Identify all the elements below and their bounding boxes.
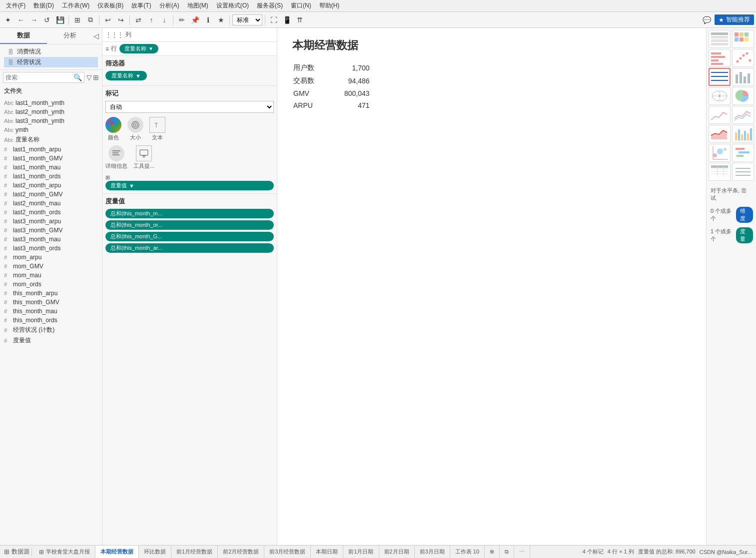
status-tab-last3-date[interactable]: 前3月日期	[415, 546, 450, 558]
menu-worksheet[interactable]: 工作表(W)	[58, 0, 93, 11]
chart-thumb-dual-line[interactable]	[732, 106, 754, 124]
toolbar-save[interactable]: 💾	[54, 14, 66, 26]
menu-dashboard[interactable]: 仪表板(B)	[93, 0, 127, 11]
marks-type-dropdown[interactable]: 自动	[105, 101, 274, 113]
measure-pill-0[interactable]: 总和(this_month_m...	[105, 209, 274, 218]
field-mom-gmv[interactable]: # mom_GMV	[0, 262, 102, 271]
toolbar-forward[interactable]: →	[28, 14, 40, 26]
chart-thumb-scatter-bubble[interactable]	[709, 144, 731, 162]
field-last2-arpu[interactable]: # last2_month_arpu	[0, 181, 102, 190]
field-last2-mau[interactable]: # last2_month_mau	[0, 199, 102, 208]
field-last1-arpu[interactable]: # last1_month_arpu	[0, 145, 102, 154]
field-measure-values[interactable]: # 度量值	[0, 335, 102, 346]
chart-thumb-scatter-plot[interactable]	[732, 49, 754, 67]
toolbar-redo[interactable]: ↪	[115, 14, 127, 26]
menu-map[interactable]: 地图(M)	[183, 0, 212, 11]
field-jingying-count[interactable]: # 经营状况 (计数)	[0, 325, 102, 335]
field-mom-mau[interactable]: # mom_mau	[0, 271, 102, 280]
toolbar-swap[interactable]: ⇄	[132, 14, 144, 26]
expand-icon[interactable]: ⊞	[105, 174, 110, 180]
chart-thumb-heat-map[interactable]	[732, 30, 754, 48]
field-this-arpu[interactable]: # this_month_arpu	[0, 289, 102, 298]
chart-thumb-area[interactable]	[709, 125, 731, 143]
toolbar-device[interactable]: 📱	[281, 14, 293, 26]
rows-pill-measure-name[interactable]: 度量名称 ▼	[119, 44, 158, 53]
filter-pill-measure-name[interactable]: 度量名称 ▼	[105, 71, 147, 80]
marks-text-item[interactable]: T 文本	[149, 117, 165, 141]
toolbar-annotate[interactable]: ✏	[176, 14, 188, 26]
field-mom-ords[interactable]: # mom_ords	[0, 280, 102, 289]
toolbar-back[interactable]: ←	[15, 14, 27, 26]
status-tab-more[interactable]: ⋯	[514, 546, 530, 558]
chart-thumb-pie[interactable]	[732, 87, 754, 105]
status-tab-school[interactable]: ⊞ 学校食堂大盘月报	[34, 546, 95, 558]
field-last2-gmv[interactable]: # last2_month_GMV	[0, 190, 102, 199]
field-last2-ords[interactable]: # last2_month_ords	[0, 208, 102, 217]
chart-thumb-line[interactable]	[709, 106, 731, 124]
field-this-ords[interactable]: # this_month_ords	[0, 316, 102, 325]
field-measure-name[interactable]: Abc 度量名称	[0, 134, 102, 145]
field-ymth[interactable]: Abc ymth	[0, 125, 102, 134]
field-last3-ords[interactable]: # last3_month_ords	[0, 244, 102, 253]
chart-thumb-summary-table[interactable]	[709, 163, 731, 181]
marks-tooltip-item[interactable]: 工具提...	[133, 145, 154, 170]
marks-size-item[interactable]: 大小	[127, 117, 143, 141]
chart-thumb-map[interactable]	[709, 87, 731, 105]
measure-pill-2[interactable]: 总和(this_month_G...	[105, 232, 274, 241]
status-tab-last1-date[interactable]: 前1月日期	[343, 546, 379, 558]
measure-pill-1[interactable]: 总和(this_month_or...	[105, 220, 274, 230]
chart-thumb-bar-horizontal[interactable]	[709, 49, 731, 67]
status-tab-last1[interactable]: 前1月经营数据	[171, 546, 218, 558]
toolbar-share[interactable]: ⇈	[294, 14, 306, 26]
smart-recommend-btn[interactable]: ★ 智能推荐	[715, 14, 754, 25]
field-last3-mau[interactable]: # last3_month_mau	[0, 235, 102, 244]
menu-analysis[interactable]: 分析(A)	[155, 0, 183, 11]
toolbar-undo[interactable]: ↩	[102, 14, 114, 26]
chart-thumb-gantt[interactable]	[732, 144, 754, 162]
menu-format[interactable]: 设置格式(O)	[212, 0, 253, 11]
menu-story[interactable]: 故事(T)	[127, 0, 155, 11]
field-last1-ords[interactable]: # last1_month_ords	[0, 172, 102, 181]
status-tab-last2[interactable]: 前2月经营数据	[218, 546, 264, 558]
menu-help[interactable]: 帮助(H)	[315, 0, 344, 11]
tab-analysis[interactable]: 分析	[47, 28, 94, 44]
status-tab-add[interactable]: ⊕	[485, 546, 500, 558]
chart-thumb-bar-vertical-2[interactable]	[732, 125, 754, 143]
toolbar-sort-asc[interactable]: ↑	[145, 14, 157, 26]
field-last3-arpu[interactable]: # last3_month_arpu	[0, 217, 102, 226]
toolbar-star[interactable]: ★	[215, 14, 227, 26]
filter-icon[interactable]: ▽	[86, 73, 92, 81]
status-tab-sheet10[interactable]: 工作表 10	[450, 546, 485, 558]
panel-collapse[interactable]: ◁	[93, 28, 102, 44]
toolbar-pin[interactable]: 📌	[189, 14, 201, 26]
datasource-item-consumers[interactable]: 🗄 消费情况	[4, 46, 98, 57]
measure-pill-3[interactable]: 总和(this_month_ar...	[105, 243, 274, 253]
field-last2-month-ymth[interactable]: Abc last2_month_ymth	[0, 107, 102, 116]
field-this-gmv[interactable]: # this_month_GMV	[0, 298, 102, 307]
search-icon[interactable]: 🔍	[73, 73, 82, 81]
field-last3-gmv[interactable]: # last3_month_GMV	[0, 226, 102, 235]
status-tab-copy[interactable]: ⧉	[500, 546, 514, 558]
field-last1-month-ymth[interactable]: Abc last1_month_ymth	[0, 98, 102, 107]
chart-thumb-text-selected[interactable]	[709, 68, 731, 86]
field-last3-month-ymth[interactable]: Abc last3_month_ymth	[0, 116, 102, 125]
chart-thumb-horizontal-lines[interactable]	[732, 163, 754, 181]
chart-thumb-bar-vertical[interactable]	[732, 68, 754, 86]
toolbar-new-datasource[interactable]: ⊞	[71, 14, 83, 26]
menu-file[interactable]: 文件(F)	[2, 0, 29, 11]
status-tab-last3[interactable]: 前3月经营数据	[264, 546, 311, 558]
toolbar-sort-desc[interactable]: ↓	[158, 14, 170, 26]
chart-thumb-text-table[interactable]	[709, 30, 731, 48]
toolbar-present[interactable]: ⛶	[268, 14, 280, 26]
status-tab-last2-date[interactable]: 前2月日期	[379, 546, 415, 558]
group-icon[interactable]: ⊞	[93, 73, 99, 81]
marks-detail-item[interactable]: 详细信息	[105, 145, 127, 170]
toolbar-refresh[interactable]: ↺	[41, 14, 53, 26]
marks-measure-pill[interactable]: 度量值 ▼	[105, 181, 274, 190]
field-this-mau[interactable]: # this_month_mau	[0, 307, 102, 316]
status-tab-period[interactable]: 本期日期	[311, 546, 343, 558]
field-last1-mau[interactable]: # last1_month_mau	[0, 163, 102, 172]
toolbar-ask[interactable]: 💬	[701, 14, 713, 26]
marks-color-item[interactable]: 颜色	[105, 117, 121, 141]
menu-window[interactable]: 窗口(N)	[287, 0, 315, 11]
